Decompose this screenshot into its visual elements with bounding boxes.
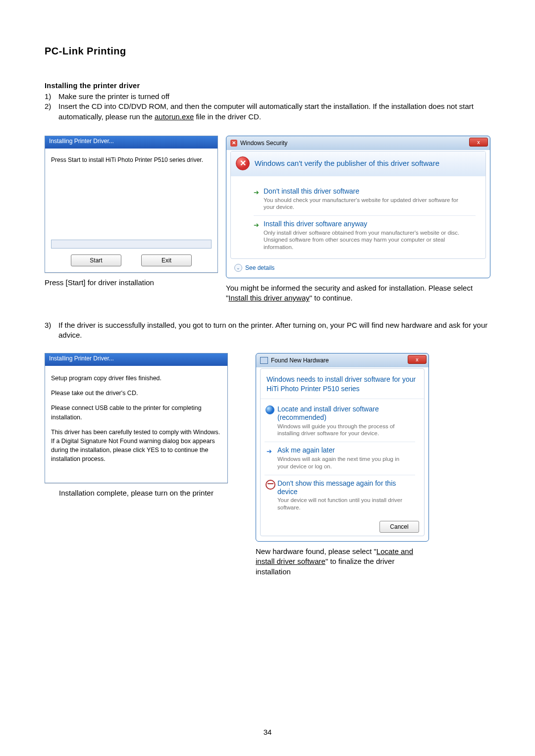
found-header: Windows needs to install driver software…: [261, 369, 424, 399]
chevron-down-icon: ⌄: [234, 264, 242, 272]
option-title: Don't install this driver software: [264, 187, 471, 196]
security-header: Windows can't verify the publisher of th…: [255, 159, 439, 167]
figure-caption: Press [Start] for driver installation: [45, 278, 218, 288]
arrow-icon: ➔: [267, 448, 272, 455]
option-dont-install[interactable]: ➔ Don't install this driver software You…: [254, 183, 476, 216]
dialog-title: Windows Security: [240, 140, 287, 147]
shield-mini-icon: ✕: [230, 140, 237, 147]
disc-icon: [266, 405, 274, 414]
option-title: Ask me again later: [277, 446, 411, 454]
stop-icon: [266, 480, 275, 490]
step-list-a: 1) Make sure the printer is turned off 2…: [45, 92, 490, 122]
step-text: If the driver is successfully installed,…: [58, 320, 490, 341]
step-number: 3): [45, 320, 58, 341]
close-button[interactable]: x: [408, 355, 427, 364]
step-3: 3) If the driver is successfully install…: [45, 320, 490, 341]
installer-dialog-1: Installing Printer Driver... Press Start…: [45, 136, 218, 273]
option-desc: You should check your manufacturer's web…: [264, 197, 471, 211]
option-install-anyway[interactable]: ➔ Install this driver software anyway On…: [254, 215, 476, 255]
dialog-body: Setup program copy driver files finished…: [45, 366, 227, 483]
step-text: Make sure the printer is turned off: [58, 92, 490, 101]
option-desc: Only install driver software obtained fr…: [264, 229, 471, 251]
step-number: 1): [45, 92, 58, 101]
page-title: PC-Link Printing: [45, 46, 490, 57]
step-list-b: 3) If the driver is successfully install…: [45, 320, 490, 341]
exit-button[interactable]: Exit: [141, 254, 192, 266]
start-button[interactable]: Start: [71, 254, 121, 266]
option-title: Install this driver software anyway: [264, 220, 471, 228]
arrow-icon: ➔: [254, 189, 259, 196]
dialog-title: Found New Hardware: [271, 357, 329, 364]
dialog-body: Press Start to install HiTi Photo Printe…: [45, 149, 217, 165]
option-dont-show[interactable]: Don't show this message again for this d…: [265, 475, 415, 516]
option-ask-later[interactable]: ➔ Ask me again later Windows will ask ag…: [265, 442, 415, 475]
figure-caption: Installation complete, please turn on th…: [45, 488, 228, 498]
page-number: 34: [0, 728, 535, 736]
option-desc: Your device will not function until you …: [277, 497, 411, 511]
underline-phrase: Install this driver anyway: [228, 294, 309, 302]
option-title: Locate and install driver software (reco…: [277, 405, 411, 422]
close-button[interactable]: x: [469, 138, 488, 147]
hardware-mini-icon: [260, 357, 268, 364]
see-details-toggle[interactable]: ⌄ See details: [230, 261, 486, 273]
option-locate-install[interactable]: Locate and install driver software (reco…: [265, 401, 415, 442]
step-number: 2): [45, 101, 58, 122]
step-2: 2) Insert the CD into CD/DVD ROM, and th…: [45, 101, 490, 122]
figure-caption: You might be informed the security and a…: [226, 283, 490, 303]
option-title: Don't show this message again for this d…: [277, 479, 411, 496]
option-desc: Windows will ask again the next time you…: [277, 455, 411, 470]
dialog-title: Installing Printer Driver...: [45, 353, 227, 366]
autorun-filename: autorun.exe: [155, 112, 194, 121]
figure-caption: New hardware found, please select "Locat…: [256, 547, 429, 577]
shield-icon: ✕: [236, 156, 250, 170]
option-desc: Windows will guide you through the proce…: [277, 423, 411, 437]
step-1: 1) Make sure the printer is turned off: [45, 92, 490, 101]
arrow-icon: ➔: [254, 221, 259, 229]
cancel-button[interactable]: Cancel: [379, 521, 419, 533]
found-new-hardware-dialog: Found New Hardware x Windows needs to in…: [256, 353, 429, 542]
installer-dialog-2: Installing Printer Driver... Setup progr…: [45, 353, 228, 483]
windows-security-dialog: ✕ Windows Security x ✕ Windows can't ver…: [226, 136, 490, 278]
step-text: Insert the CD into CD/DVD ROM, and then …: [58, 101, 490, 122]
section-subtitle: Installing the printer driver: [45, 82, 490, 90]
dialog-title: Installing Printer Driver...: [45, 136, 217, 149]
progress-bar: [51, 240, 212, 249]
